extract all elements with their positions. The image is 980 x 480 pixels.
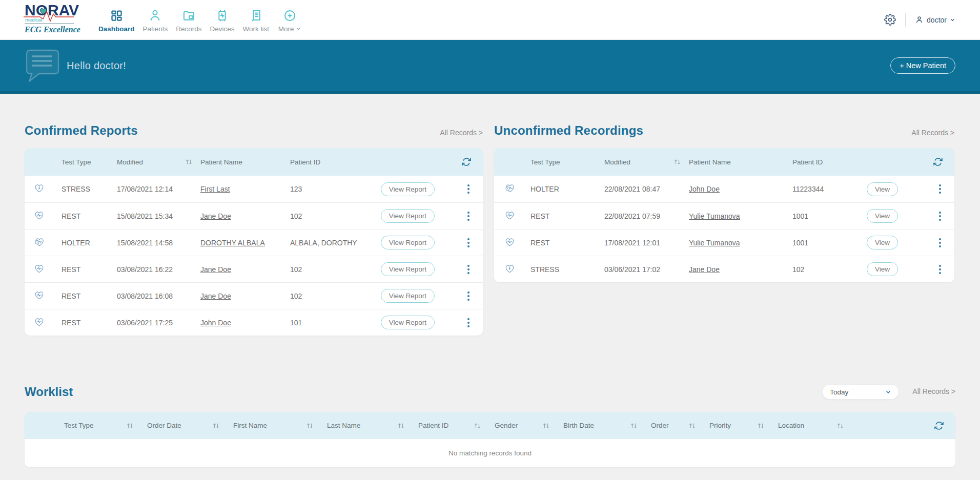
test-type-cell: HOLTER bbox=[530, 185, 604, 193]
nav-item-devices[interactable]: Devices bbox=[208, 7, 237, 33]
chat-bubble-icon bbox=[25, 49, 60, 82]
patient-name-link[interactable]: Jane Doe bbox=[200, 292, 231, 300]
patient-name-link[interactable]: John Doe bbox=[200, 319, 231, 327]
nav-item-patients[interactable]: Patients bbox=[141, 7, 170, 33]
user-icon bbox=[915, 15, 924, 24]
view-report-button[interactable]: View bbox=[867, 236, 898, 249]
col-modified[interactable]: Modified bbox=[117, 158, 185, 166]
refresh-icon[interactable] bbox=[934, 421, 944, 431]
patient-id-cell: 102 bbox=[290, 212, 357, 220]
sort-icon[interactable] bbox=[306, 422, 314, 429]
sort-icon[interactable] bbox=[757, 422, 765, 429]
col-test-type[interactable]: Test Type bbox=[62, 158, 117, 166]
logo-ecg-line bbox=[24, 10, 74, 23]
patient-id-cell: 11223344 bbox=[792, 185, 867, 193]
rest-heart-icon bbox=[34, 290, 62, 302]
patient-name-link[interactable]: Jane Doe bbox=[200, 265, 231, 274]
settings-gear-icon[interactable] bbox=[884, 14, 896, 26]
view-report-button[interactable]: View Report bbox=[381, 209, 435, 223]
refresh-icon[interactable] bbox=[933, 157, 943, 167]
stress-heart-icon bbox=[504, 263, 530, 276]
row-menu-kebab-icon[interactable] bbox=[465, 210, 472, 223]
worklist-col-order-date[interactable]: Order Date bbox=[147, 422, 233, 429]
sort-icon[interactable] bbox=[630, 422, 638, 429]
view-report-button[interactable]: View Report bbox=[381, 262, 435, 276]
patient-name-link[interactable]: First Last bbox=[200, 185, 230, 193]
nav-divider bbox=[905, 13, 906, 27]
col-patient-id[interactable]: Patient ID bbox=[792, 158, 867, 166]
nav-item-dashboard[interactable]: Dashboard bbox=[96, 7, 137, 33]
brand-name: NORAV bbox=[25, 3, 76, 17]
patient-id-cell: 102 bbox=[792, 265, 867, 274]
col-test-type[interactable]: Test Type bbox=[530, 158, 604, 166]
view-report-button[interactable]: View bbox=[867, 262, 898, 276]
sort-icon[interactable] bbox=[673, 158, 681, 165]
row-menu-kebab-icon[interactable] bbox=[937, 182, 943, 196]
patient-name-link[interactable]: Jane Doe bbox=[689, 265, 720, 274]
patient-name-link[interactable]: John Doe bbox=[689, 185, 720, 193]
view-report-button[interactable]: View bbox=[867, 182, 898, 196]
col-modified[interactable]: Modified bbox=[604, 158, 673, 166]
patient-name-link[interactable]: Yulie Tumanova bbox=[689, 212, 740, 220]
sort-icon[interactable] bbox=[688, 422, 696, 429]
brand-logo[interactable]: NORAV medical ECG Excellence bbox=[25, 3, 76, 34]
row-menu-kebab-icon[interactable] bbox=[465, 263, 472, 276]
sort-icon[interactable] bbox=[212, 422, 220, 429]
nav-item-work-list[interactable]: Work list bbox=[241, 7, 272, 33]
sort-icon[interactable] bbox=[185, 158, 193, 165]
nav-item-records[interactable]: Records bbox=[174, 7, 203, 33]
sort-icon[interactable] bbox=[474, 422, 481, 429]
patient-id-cell: 101 bbox=[290, 319, 357, 327]
sort-icon[interactable] bbox=[542, 422, 550, 429]
view-report-button[interactable]: View bbox=[867, 209, 898, 223]
record-row: HOLTER 15/08/2021 14:58 DOROTHY ALBALA A… bbox=[25, 229, 483, 256]
worklist-col-priority[interactable]: Priority bbox=[709, 422, 778, 429]
worklist-col-last-name[interactable]: Last Name bbox=[327, 422, 418, 429]
worklist-col-test-type[interactable]: Test Type bbox=[64, 422, 147, 429]
view-report-button[interactable]: View Report bbox=[381, 289, 435, 303]
modified-cell: 03/08/2021 16:08 bbox=[117, 292, 185, 300]
worklist-all-records-link[interactable]: All Records > bbox=[912, 387, 955, 396]
dashboard-icon bbox=[110, 7, 124, 23]
col-patient-id[interactable]: Patient ID bbox=[290, 158, 357, 166]
worklist-col-location[interactable]: Location bbox=[778, 422, 858, 429]
rest-heart-icon bbox=[34, 210, 62, 222]
patient-name-link[interactable]: Jane Doe bbox=[200, 212, 231, 220]
confirmed-all-records-link[interactable]: All Records > bbox=[440, 129, 483, 138]
worklist-date-filter-select[interactable]: Today bbox=[822, 384, 899, 400]
row-menu-kebab-icon[interactable] bbox=[937, 236, 943, 249]
worklist-col-birth-date[interactable]: Birth Date bbox=[563, 422, 651, 429]
modified-cell: 17/08/2021 12:14 bbox=[117, 185, 185, 193]
row-menu-kebab-icon[interactable] bbox=[937, 263, 943, 276]
worklist-col-first-name[interactable]: First Name bbox=[233, 422, 327, 429]
unconfirmed-all-records-link[interactable]: All Records > bbox=[911, 129, 954, 138]
row-menu-kebab-icon[interactable] bbox=[937, 210, 943, 223]
sort-icon[interactable] bbox=[836, 422, 844, 429]
patient-name-link[interactable]: DOROTHY ALBALA bbox=[200, 239, 265, 247]
patient-name-link[interactable]: Yulie Tumanova bbox=[689, 239, 740, 247]
view-report-button[interactable]: View Report bbox=[381, 316, 435, 329]
row-menu-kebab-icon[interactable] bbox=[465, 182, 472, 196]
refresh-icon[interactable] bbox=[461, 157, 472, 167]
brand-tagline: ECG Excellence bbox=[25, 25, 76, 34]
sort-icon[interactable] bbox=[397, 422, 405, 429]
worklist-col-gender[interactable]: Gender bbox=[495, 422, 563, 429]
devices-icon bbox=[215, 7, 229, 23]
row-menu-kebab-icon[interactable] bbox=[465, 316, 472, 329]
view-report-button[interactable]: View Report bbox=[381, 236, 435, 249]
col-patient-name[interactable]: Patient Name bbox=[689, 158, 792, 166]
sort-icon[interactable] bbox=[126, 422, 134, 429]
view-report-button[interactable]: View Report bbox=[381, 182, 435, 196]
record-row: STRESS 03/06/2021 17:02 Jane Doe 102 Vie… bbox=[494, 256, 954, 282]
col-patient-name[interactable]: Patient Name bbox=[200, 158, 290, 166]
user-menu[interactable]: doctor bbox=[915, 15, 955, 24]
worklist-col-order[interactable]: Order bbox=[651, 422, 709, 429]
patient-id-cell: 1001 bbox=[792, 212, 867, 220]
test-type-cell: REST bbox=[530, 212, 604, 220]
row-menu-kebab-icon[interactable] bbox=[465, 236, 472, 249]
nav-item-more[interactable]: More bbox=[275, 7, 304, 33]
worklist-col-patient-id[interactable]: Patient ID bbox=[418, 422, 495, 429]
row-menu-kebab-icon[interactable] bbox=[465, 289, 472, 303]
chevron-down-icon bbox=[950, 17, 955, 23]
new-patient-button[interactable]: + New Patient bbox=[890, 57, 955, 74]
